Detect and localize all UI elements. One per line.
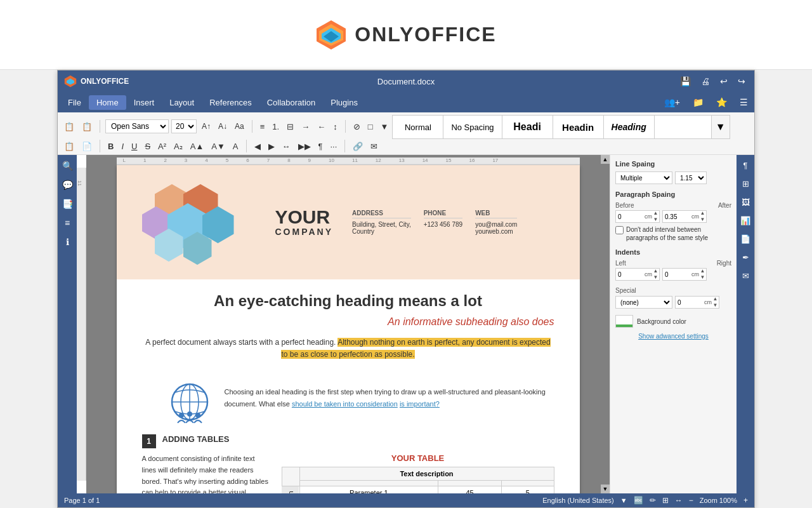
highlight-btn[interactable]: A▲ [188, 140, 207, 152]
menu-references[interactable]: References [202, 95, 259, 110]
indent-left-btn[interactable]: ← [315, 121, 328, 133]
bold-btn[interactable]: B [105, 140, 116, 152]
font-color-btn[interactable]: A▼ [209, 140, 228, 152]
special-cm-input[interactable]: cm ▲ ▼ [675, 296, 719, 309]
menu-plugins[interactable]: Plugins [323, 95, 365, 110]
search-icon[interactable]: 🔍 [60, 159, 75, 173]
page-icon[interactable]: 📄 [738, 232, 752, 246]
favorite-icon[interactable]: ⭐ [712, 96, 731, 109]
line-spacing-type-select[interactable]: Multiple [615, 171, 672, 184]
special-up[interactable]: ▲ [712, 296, 719, 302]
style-no-spacing[interactable]: No Spacing [443, 116, 502, 138]
shading-btn[interactable]: ··· [328, 140, 340, 152]
before-input[interactable]: cm ▲ ▼ [615, 210, 660, 223]
undo-icon[interactable]: ↩ [717, 75, 730, 88]
menu-layout[interactable]: Layout [162, 95, 202, 110]
special-select[interactable]: (none) [615, 296, 672, 309]
numbering-btn[interactable]: 1. [270, 121, 282, 133]
right-indent-value[interactable] [663, 269, 691, 280]
mail-btn[interactable]: ✉ [368, 140, 380, 152]
menu-home[interactable]: Home [89, 95, 126, 110]
strikethrough-btn[interactable]: S [142, 140, 153, 152]
clear-format-btn[interactable]: ⊘ [351, 121, 363, 133]
view-icon[interactable]: ⊞ [662, 496, 669, 505]
zoom-out-icon[interactable]: − [689, 496, 693, 505]
copy2-btn[interactable]: 📄 [79, 140, 95, 152]
superscript-btn[interactable]: A² [155, 140, 169, 152]
special-cm-value[interactable] [676, 297, 704, 308]
review-icon[interactable]: 📑 [60, 197, 75, 211]
chart-icon[interactable]: 📊 [738, 214, 752, 227]
before-up[interactable]: ▲ [652, 210, 659, 217]
after-up[interactable]: ▲ [699, 210, 706, 217]
left-indent-value[interactable] [616, 269, 645, 280]
comment-icon[interactable]: 💬 [60, 178, 75, 192]
info-icon[interactable]: ℹ [64, 235, 71, 249]
hamburger-icon[interactable]: ☰ [736, 96, 752, 109]
font-size-down-btn[interactable]: A↓ [216, 121, 230, 132]
multilevel-btn[interactable]: ⊟ [284, 121, 296, 133]
show-marks-btn[interactable]: ¶ [316, 140, 325, 152]
spell-icon[interactable]: 🔤 [634, 496, 643, 505]
para2-link1[interactable]: should be taken into consideration [292, 400, 398, 408]
para2-link2[interactable]: is important? [400, 400, 440, 408]
shape-dropdown-btn[interactable]: ▼ [378, 121, 391, 133]
before-value[interactable] [616, 211, 645, 222]
line-spacing-val-select[interactable]: 1.15 [675, 171, 707, 184]
link-btn[interactable]: 🔗 [350, 140, 365, 152]
style-normal[interactable]: Normal [393, 116, 443, 138]
before-down[interactable]: ▼ [652, 217, 659, 223]
print-icon[interactable]: 🖨 [698, 75, 712, 88]
menu-collaboration[interactable]: Collaboration [259, 95, 324, 110]
same-style-checkbox[interactable] [615, 226, 624, 234]
left-indent-input[interactable]: cm ▲ ▼ [615, 268, 660, 281]
bullets-btn[interactable]: ≡ [258, 121, 268, 133]
italic-btn[interactable]: I [119, 140, 126, 152]
save-icon[interactable]: 💾 [678, 75, 693, 88]
language-dropdown-icon[interactable]: ▼ [620, 497, 627, 504]
align-center-btn[interactable]: ▶ [266, 140, 277, 152]
table-icon[interactable]: ⊞ [740, 177, 751, 190]
signature-icon[interactable]: ✒ [740, 251, 751, 264]
track-changes-icon[interactable]: ✏ [650, 496, 656, 505]
zoom-in-icon[interactable]: + [743, 496, 748, 505]
indent-right-btn[interactable]: → [299, 121, 312, 133]
left-indent-up[interactable]: ▲ [652, 268, 659, 274]
insert-shape-btn[interactable]: □ [365, 121, 376, 133]
subscript-btn[interactable]: A₂ [171, 140, 185, 152]
left-indent-down[interactable]: ▼ [652, 274, 659, 281]
style-heading2[interactable]: Headin [553, 116, 604, 138]
fit-width-icon[interactable]: ↔ [675, 496, 683, 505]
redo-icon[interactable]: ↪ [735, 75, 748, 88]
image-icon[interactable]: 🖼 [740, 196, 752, 209]
paste-btn[interactable]: 📋 [62, 121, 77, 133]
style-heading3[interactable]: Heading [604, 116, 655, 138]
copy-btn[interactable]: 📋 [62, 140, 77, 152]
advanced-settings-link[interactable]: Show adwanced settings [615, 333, 731, 340]
right-indent-input[interactable]: cm ▲ ▼ [662, 268, 707, 281]
paragraph-icon[interactable]: ¶ [742, 159, 750, 172]
right-indent-down[interactable]: ▼ [699, 274, 706, 281]
line-spacing-btn[interactable]: ↕ [331, 121, 340, 133]
doc-wrapper[interactable]: L 1 2 3 4 5 6 7 8 9 10 11 12 13 [86, 155, 610, 493]
menu-insert[interactable]: Insert [126, 95, 162, 110]
after-input[interactable]: cm ▲ ▼ [662, 210, 707, 223]
scroll-up-btn[interactable]: ▲ [601, 155, 610, 164]
align-left-btn[interactable]: ◀ [252, 140, 263, 152]
align-right-btn[interactable]: ▶▶ [296, 140, 313, 152]
bg-color-swatch[interactable] [615, 315, 633, 328]
paste-special-btn[interactable]: 📋 [79, 121, 95, 133]
style-heading1[interactable]: Headi [502, 116, 553, 138]
after-value[interactable] [663, 211, 691, 222]
right-indent-up[interactable]: ▲ [699, 268, 706, 274]
outline-icon[interactable]: ≡ [63, 216, 72, 230]
special-down[interactable]: ▼ [712, 302, 719, 309]
font-size-select[interactable]: 20 [171, 119, 197, 133]
underline-btn[interactable]: U [129, 140, 140, 152]
align-justify-btn[interactable]: ↔ [280, 140, 293, 152]
font-case-btn[interactable]: Aa [232, 121, 247, 132]
font-family-select[interactable]: Open Sans [105, 119, 169, 133]
after-down[interactable]: ▼ [699, 217, 706, 223]
text-btn[interactable]: A [230, 140, 241, 152]
font-size-up-btn[interactable]: A↑ [199, 121, 213, 132]
